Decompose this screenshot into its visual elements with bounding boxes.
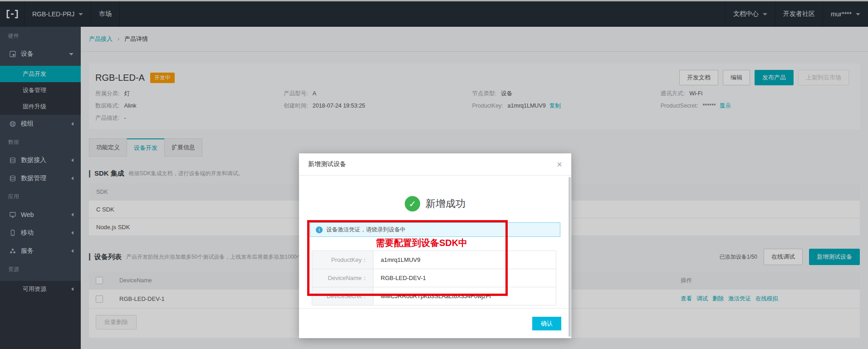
check-circle-icon: ✓	[405, 196, 420, 211]
table-row: DeviceName： RGB-LED-DEV-1	[312, 269, 556, 287]
modal-scrollbar[interactable]	[569, 177, 571, 337]
device-name-label: DeviceName：	[312, 269, 373, 287]
info-alert: i 设备激活凭证，请烧录到设备中	[310, 222, 560, 237]
close-icon[interactable]: ×	[557, 160, 562, 169]
modal-footer: 确认	[299, 308, 571, 338]
info-icon: i	[316, 226, 323, 233]
modal-title: 新增测试设备	[308, 160, 346, 168]
credential-table: ProductKey： a1mrq1LMUV9 DeviceName： RGB-…	[312, 251, 556, 305]
device-name-value: RGB-LED-DEV-1	[373, 269, 556, 287]
annotation-text: 需要配置到设备SDK中	[310, 237, 560, 249]
confirm-button[interactable]: 确认	[532, 317, 561, 330]
modal-body: ✓ 新增成功 i 设备激活凭证，请烧录到设备中 需要配置到设备SDK中 Prod…	[299, 196, 571, 305]
table-row: ProductKey： a1mrq1LMUV9	[312, 251, 556, 269]
add-test-device-modal: 新增测试设备 × ✓ 新增成功 i 设备激活凭证，请烧录到设备中 需要配置到设备…	[299, 153, 571, 338]
device-secret-label: DeviceSecret：	[312, 287, 373, 305]
alert-text: 设备激活凭证，请烧录到设备中	[326, 226, 406, 234]
product-key-value: a1mrq1LMUV9	[373, 251, 556, 269]
app-window: RGB-LED-PRJ 市场 文档中心 开发者社区 mur****	[0, 0, 868, 349]
product-key-label: ProductKey：	[312, 251, 373, 269]
success-message: 新增成功	[426, 197, 466, 211]
modal-header: 新增测试设备 ×	[299, 153, 571, 176]
table-row: DeviceSecret： MMCJRRouRTpKb3SLAaLt6X3J4F…	[312, 287, 556, 305]
device-secret-value: MMCJRRouRTpKb3SLAaLt6X3J4F0wjzFi	[373, 287, 556, 305]
success-row: ✓ 新增成功	[310, 196, 560, 211]
